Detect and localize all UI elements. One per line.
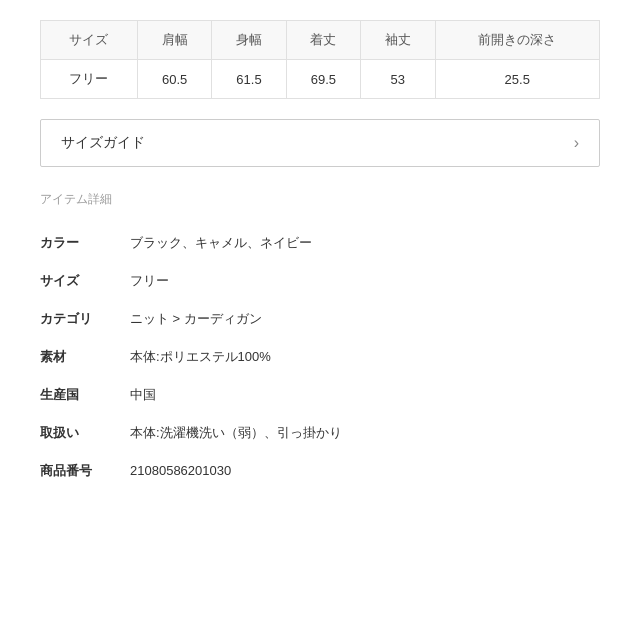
detail-value: 本体:ポリエステル100%	[130, 348, 600, 366]
detail-value: 中国	[130, 386, 600, 404]
table-header-cell: 袖丈	[361, 21, 435, 60]
detail-label: サイズ	[40, 272, 130, 290]
table-cell: 61.5	[212, 60, 286, 99]
size-table-section: サイズ肩幅身幅着丈袖丈前開きの深さ フリー60.561.569.55325.5	[40, 20, 600, 99]
table-cell: 60.5	[137, 60, 211, 99]
detail-label: カテゴリ	[40, 310, 130, 328]
detail-label: 商品番号	[40, 462, 130, 480]
table-header-cell: 着丈	[286, 21, 360, 60]
table-header-cell: 前開きの深さ	[435, 21, 599, 60]
size-table: サイズ肩幅身幅着丈袖丈前開きの深さ フリー60.561.569.55325.5	[40, 20, 600, 99]
detail-row: 生産国中国	[40, 376, 600, 414]
detail-label: 取扱い	[40, 424, 130, 442]
detail-rows: カラーブラック、キャメル、ネイビーサイズフリーカテゴリニット > カーディガン素…	[40, 224, 600, 490]
detail-row: 商品番号21080586201030	[40, 452, 600, 490]
size-guide-button[interactable]: サイズガイド ›	[40, 119, 600, 167]
detail-value: フリー	[130, 272, 600, 290]
detail-row: カラーブラック、キャメル、ネイビー	[40, 224, 600, 262]
table-header-row: サイズ肩幅身幅着丈袖丈前開きの深さ	[41, 21, 600, 60]
table-header-cell: サイズ	[41, 21, 138, 60]
table-cell: 25.5	[435, 60, 599, 99]
chevron-right-icon: ›	[574, 134, 579, 152]
detail-value: ブラック、キャメル、ネイビー	[130, 234, 600, 252]
table-cell: 53	[361, 60, 435, 99]
size-guide-label: サイズガイド	[61, 134, 145, 152]
detail-value: 21080586201030	[130, 463, 600, 478]
detail-label: カラー	[40, 234, 130, 252]
detail-value: ニット > カーディガン	[130, 310, 600, 328]
table-header-cell: 身幅	[212, 21, 286, 60]
table-body: フリー60.561.569.55325.5	[41, 60, 600, 99]
section-label: アイテム詳細	[40, 191, 600, 208]
detail-row: カテゴリニット > カーディガン	[40, 300, 600, 338]
detail-label: 生産国	[40, 386, 130, 404]
detail-label: 素材	[40, 348, 130, 366]
detail-row: 取扱い本体:洗濯機洗い（弱）、引っ掛かり	[40, 414, 600, 452]
table-row: フリー60.561.569.55325.5	[41, 60, 600, 99]
table-cell: 69.5	[286, 60, 360, 99]
detail-row: サイズフリー	[40, 262, 600, 300]
detail-row: 素材本体:ポリエステル100%	[40, 338, 600, 376]
table-header-cell: 肩幅	[137, 21, 211, 60]
detail-value: 本体:洗濯機洗い（弱）、引っ掛かり	[130, 424, 600, 442]
table-cell: フリー	[41, 60, 138, 99]
